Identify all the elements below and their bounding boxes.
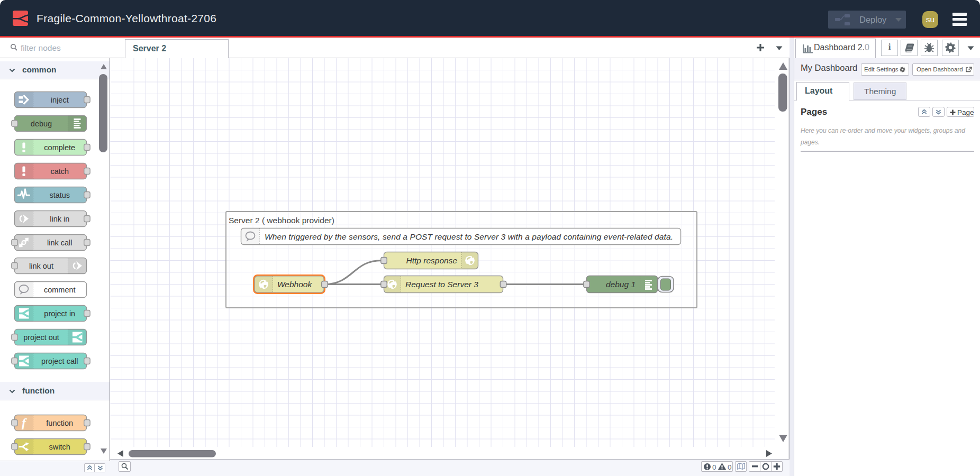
svg-text:catch: catch <box>50 167 69 176</box>
svg-text:project out: project out <box>23 333 59 341</box>
svg-text:Server 2 ( webhook provider): Server 2 ( webhook provider) <box>229 216 334 225</box>
svg-text:project in: project in <box>44 309 75 317</box>
svg-text:link out: link out <box>29 262 53 270</box>
svg-text:comment: comment <box>44 285 76 294</box>
svg-text:Request to Server 3: Request to Server 3 <box>405 280 478 289</box>
svg-text:debug 1: debug 1 <box>606 280 636 289</box>
svg-text:When triggered by the sensors,: When triggered by the sensors, send a PO… <box>265 232 673 241</box>
svg-text:project call: project call <box>41 356 78 365</box>
svg-text:link call: link call <box>47 238 72 246</box>
svg-text:complete: complete <box>44 143 75 152</box>
svg-text:Webhook: Webhook <box>277 280 312 289</box>
svg-text:inject: inject <box>51 95 69 104</box>
svg-text:function: function <box>46 418 73 427</box>
svg-text:debug: debug <box>31 120 52 128</box>
svg-text:status: status <box>49 190 70 199</box>
svg-text:switch: switch <box>49 442 70 451</box>
svg-text:link in: link in <box>50 214 69 223</box>
svg-text:Http response: Http response <box>406 256 458 265</box>
